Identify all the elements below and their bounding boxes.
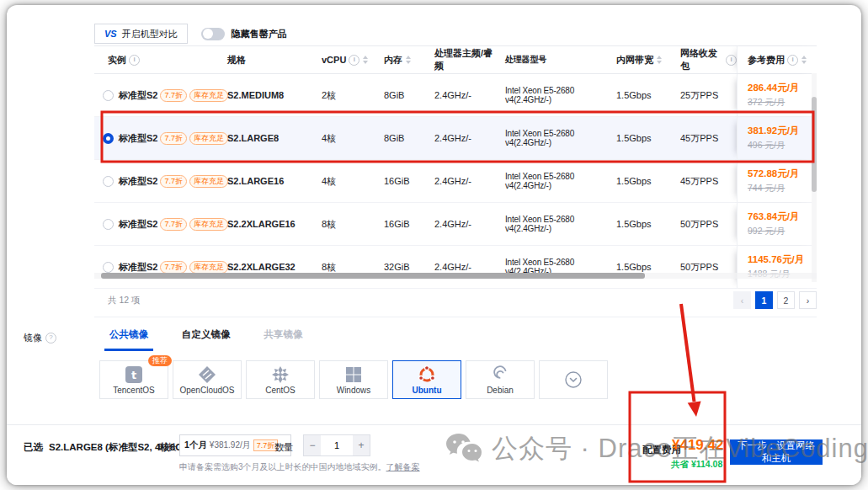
horizontal-scrollbar[interactable] <box>94 273 817 279</box>
column-header-label: vCPU <box>322 55 346 65</box>
os-card-label: Ubuntu <box>413 386 442 395</box>
compare-models-button[interactable]: VS 开启机型对比 <box>94 24 188 44</box>
vertical-scrollbar-thumb[interactable] <box>812 97 817 192</box>
radio-button[interactable] <box>103 262 114 273</box>
vertical-scrollbar[interactable] <box>812 73 817 282</box>
horizontal-scrollbar-thumb[interactable] <box>101 273 645 279</box>
price-current: 286.44元/月 <box>748 82 817 94</box>
page-button[interactable]: 2 <box>777 291 795 309</box>
cell-spec: S2.2XLARGE16 <box>217 219 312 229</box>
os-card-label: Windows <box>337 386 371 395</box>
duration-price: ¥381.92/月 <box>210 439 251 451</box>
os-card-label: OpenCloudOS <box>179 386 234 395</box>
os-card[interactable]: Debian <box>466 360 535 399</box>
os-card[interactable]: CentOS <box>246 360 315 399</box>
price-original: 744 元/月 <box>748 183 817 194</box>
cell-memory: 8GiB <box>374 133 424 143</box>
cell-pps: 50万PPS <box>670 218 737 231</box>
instance-family: 标准型S2 <box>119 261 157 274</box>
cell-spec: S2.LARGE16 <box>217 176 312 186</box>
column-header[interactable]: 处理器主频/睿频 <box>424 47 495 72</box>
radio-button[interactable] <box>103 176 114 187</box>
info-icon[interactable]: i <box>129 55 140 66</box>
cell-spec: S2.MEDIUM8 <box>217 90 312 100</box>
chevron-circle-icon <box>564 370 583 389</box>
discount-badge: 7.7折 <box>160 218 187 231</box>
table-row[interactable]: 标准型S2 7.7折 库存充足 S2.MEDIUM8 2核 8GiB 2.4GH… <box>94 74 817 117</box>
os-card[interactable] <box>539 360 608 399</box>
page-button[interactable]: 1 <box>755 291 773 309</box>
column-header[interactable]: 实例 i <box>94 54 217 67</box>
cell-spec: S2.LARGE8 <box>217 133 312 143</box>
column-header[interactable]: 规格 <box>217 54 312 67</box>
tab-public-images[interactable]: 公共镜像 <box>104 325 153 351</box>
cell-cpu-model: Intel Xeon E5-2680 v4(2.4GHz/-) <box>495 215 606 233</box>
instance-family: 标准型S2 <box>119 132 157 145</box>
column-header[interactable]: 网络收发包 i <box>670 47 737 72</box>
instance-family: 标准型S2 <box>119 218 157 231</box>
info-icon[interactable]: i <box>726 55 737 66</box>
quantity-plus-button[interactable]: + <box>353 434 370 456</box>
os-card-list: 推荐 t TencentOS OpenCloudOS CentOS Window… <box>99 360 608 399</box>
price-current: 572.88元/月 <box>748 168 817 180</box>
column-header-label: 规格 <box>227 54 246 67</box>
table-row[interactable]: 标准型S2 7.7折 库存充足 S2.LARGE8 4核 8GiB 2.4GHz… <box>94 117 817 160</box>
cell-bandwidth: 1.5Gbps <box>606 90 670 100</box>
hide-soldout-toggle[interactable] <box>201 28 225 40</box>
windows-icon <box>345 365 362 384</box>
radio-button[interactable] <box>103 90 114 101</box>
column-header[interactable]: 处理器型号 <box>495 54 606 66</box>
column-header-label: 内网带宽 <box>616 54 653 67</box>
sort-icon[interactable] <box>406 56 411 64</box>
quantity-minus-button[interactable]: − <box>303 434 321 456</box>
ubuntu-icon <box>418 365 436 384</box>
sort-icon[interactable] <box>657 56 662 64</box>
table-row[interactable]: 标准型S2 7.7折 库存充足 S2.2XLARGE32 8核 32GiB 2.… <box>94 246 817 289</box>
next-step-button[interactable]: 下一步：设置网络和主机 <box>730 439 823 465</box>
quantity-value[interactable]: 1 <box>321 434 353 456</box>
column-header[interactable]: vCPU i <box>312 55 374 66</box>
filing-note-link[interactable]: 了解备案 <box>386 462 420 471</box>
os-card[interactable]: 推荐 t TencentOS <box>99 360 168 399</box>
cell-instance: 标准型S2 7.7折 库存充足 <box>94 89 217 102</box>
sort-icon[interactable] <box>363 56 368 64</box>
cell-price: 572.88元/月 744 元/月 <box>737 160 817 202</box>
compare-models-label: 开启机型对比 <box>122 28 178 40</box>
toolbar: VS 开启机型对比 隐藏售罄产品 <box>94 24 287 44</box>
discount-badge: 7.7折 <box>160 89 187 102</box>
os-card[interactable]: OpenCloudOS <box>173 360 242 399</box>
os-card[interactable]: Windows <box>319 360 388 399</box>
sort-icon[interactable] <box>801 56 807 64</box>
tab-shared-images[interactable]: 共享镜像 <box>259 325 308 351</box>
radio-button[interactable] <box>103 133 114 144</box>
recommend-badge: 推荐 <box>148 355 172 366</box>
cell-frequency: 2.4GHz/- <box>424 219 495 229</box>
radio-button[interactable] <box>103 219 114 230</box>
savings-value: 共省 ¥114.08 <box>671 459 722 471</box>
column-header-label: 处理器主频/睿频 <box>434 47 495 72</box>
hide-soldout-label: 隐藏售罄产品 <box>232 28 287 40</box>
cell-instance: 标准型S2 7.7折 库存充足 <box>94 132 217 145</box>
cell-cpu-model: Intel Xeon E5-2680 v4(2.4GHz/-) <box>495 172 606 190</box>
help-icon[interactable]: ? <box>45 333 56 344</box>
instance-family: 标准型S2 <box>119 89 157 102</box>
column-header[interactable]: 内存 <box>374 54 424 67</box>
column-header[interactable]: 内网带宽 <box>606 54 670 67</box>
table-row[interactable]: 标准型S2 7.7折 库存充足 S2.LARGE16 4核 16GiB 2.4G… <box>94 160 817 203</box>
column-header[interactable]: 参考费用 i <box>737 46 817 73</box>
cell-memory: 32GiB <box>374 262 424 272</box>
info-icon[interactable]: i <box>349 55 359 66</box>
tab-custom-images[interactable]: 自定义镜像 <box>177 325 236 351</box>
table-row[interactable]: 标准型S2 7.7折 库存充足 S2.2XLARGE16 8核 16GiB 2.… <box>94 203 817 246</box>
centos-icon <box>271 365 290 384</box>
next-page-button[interactable]: › <box>799 291 817 309</box>
info-icon[interactable]: i <box>787 55 798 66</box>
vs-icon: VS <box>104 29 117 39</box>
price-current: 381.92元/月 <box>748 125 817 137</box>
table-header-row: 实例 i 规格 vCPU i 内存 处理器主频/睿频 处理器型号 内网带宽 网络… <box>94 46 817 74</box>
cell-vcpu: 8核 <box>312 218 374 231</box>
cost-value: ¥419.42 <box>672 437 723 454</box>
prev-page-button[interactable]: ‹ <box>733 291 751 309</box>
cell-bandwidth: 1.5Gbps <box>606 262 670 272</box>
os-card[interactable]: Ubuntu <box>392 360 461 399</box>
